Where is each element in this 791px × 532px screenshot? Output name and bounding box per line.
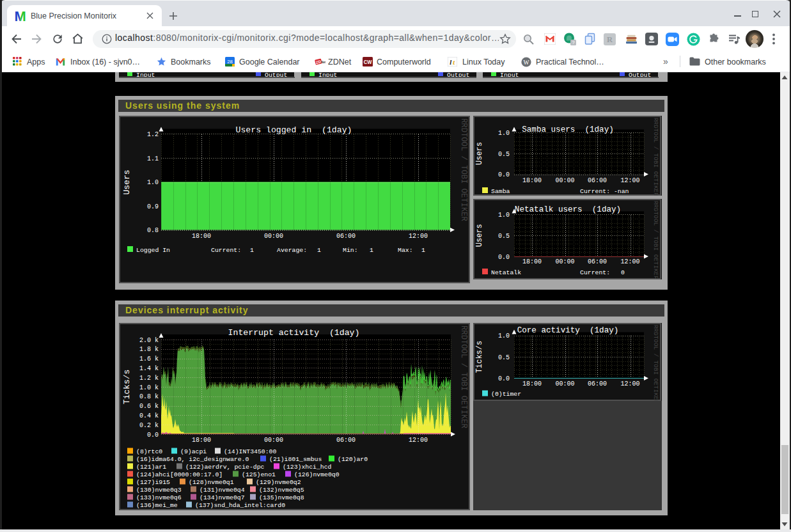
svg-text:06:00: 06:00 [588, 380, 607, 387]
svg-text:(136)mei_me: (136)mei_me [136, 502, 178, 509]
svg-text:Current:: Current: [211, 247, 241, 254]
svg-text:Max:: Max: [398, 247, 413, 254]
svg-text:0.0: 0.0 [498, 375, 510, 382]
svg-text:06:00: 06:00 [588, 177, 607, 184]
svg-text:18:00: 18:00 [522, 380, 542, 387]
svg-text:28: 28 [227, 59, 233, 65]
svg-text:Netatalk users (1day): Netatalk users (1day) [515, 205, 621, 214]
svg-text:(129)nvme0q2: (129)nvme0q2 [256, 479, 301, 486]
svg-text:0.5: 0.5 [498, 354, 510, 361]
svg-text:0.2 k: 0.2 k [139, 422, 159, 429]
svg-text:(123)xhci_hcd: (123)xhci_hcd [283, 464, 332, 471]
svg-text:(125)eno1: (125)eno1 [242, 471, 276, 478]
svg-text:(135)nvme0q8: (135)nvme0q8 [259, 494, 304, 501]
svg-text:0.0: 0.0 [147, 432, 159, 439]
svg-text:1: 1 [317, 247, 321, 254]
svg-text:0.0: 0.0 [498, 171, 510, 178]
svg-text:1.2 k: 1.2 k [139, 375, 159, 382]
svg-text:R: R [607, 35, 613, 44]
svg-text:0: 0 [621, 269, 625, 276]
svg-text:(131)nvme0q4: (131)nvme0q4 [200, 487, 245, 494]
svg-text:00:00: 00:00 [264, 233, 283, 240]
svg-text:1: 1 [250, 247, 254, 254]
svg-text:0.5: 0.5 [498, 151, 510, 158]
svg-text:1.0: 1.0 [498, 332, 510, 340]
svg-text:Ticks/s: Ticks/s [122, 370, 132, 405]
svg-text:(126)nvme0q0: (126)nvme0q0 [294, 471, 340, 478]
svg-text:(21)i801_smbus: (21)i801_smbus [269, 456, 322, 463]
svg-text:Core activity (1day): Core activity (1day) [517, 326, 619, 335]
svg-text:Users: Users [122, 169, 132, 194]
svg-text:(133)nvme0q6: (133)nvme0q6 [136, 494, 182, 501]
svg-text:Users logged in (1day): Users logged in (1day) [235, 125, 352, 135]
svg-text:(127)i915: (127)i915 [136, 479, 170, 486]
svg-text:18:00: 18:00 [522, 258, 542, 265]
svg-text:Ticks/s: Ticks/s [475, 341, 484, 373]
svg-text:0.9: 0.9 [147, 203, 159, 210]
svg-text:12:00: 12:00 [620, 258, 639, 265]
svg-text:18:00: 18:00 [192, 233, 211, 240]
svg-text:00:00: 00:00 [264, 437, 283, 444]
svg-text:1.2: 1.2 [147, 131, 159, 138]
svg-text:(128)nvme0q1: (128)nvme0q1 [189, 479, 234, 486]
svg-text:0.0: 0.0 [498, 254, 510, 261]
svg-text:RRDTOOL / TOBI OETIKER: RRDTOOL / TOBI OETIKER [652, 118, 659, 196]
svg-text:?: ? [572, 40, 574, 45]
svg-text:18:00: 18:00 [522, 177, 542, 184]
svg-text:2.0 k: 2.0 k [139, 337, 159, 344]
svg-text:Current:: Current: [580, 269, 610, 276]
svg-text:Users: Users [475, 142, 484, 165]
svg-text:(16)idma64.0, i2c_designware.0: (16)idma64.0, i2c_designware.0 [136, 456, 249, 463]
svg-text:(121)ar1: (121)ar1 [136, 464, 166, 471]
svg-text:(130)nvme0q3: (130)nvme0q3 [136, 487, 182, 494]
svg-text:1.1: 1.1 [147, 155, 159, 162]
svg-text:1.0: 1.0 [147, 179, 159, 186]
svg-text:RRDTOOL / TOBI OETIKER: RRDTOOL / TOBI OETIKER [459, 118, 468, 221]
svg-text:06:00: 06:00 [336, 437, 356, 444]
svg-text:Netatalk: Netatalk [491, 269, 521, 276]
svg-text:(9)acpi: (9)acpi [180, 448, 207, 455]
svg-text:12:00: 12:00 [409, 233, 428, 240]
svg-text:1.8 k: 1.8 k [139, 346, 159, 353]
svg-text:RRDTOOL / TOBI OETIKER: RRDTOOL / TOBI OETIKER [652, 201, 659, 279]
svg-text:Min:: Min: [343, 247, 358, 254]
svg-text:CW: CW [364, 59, 373, 65]
svg-text:0.5: 0.5 [498, 233, 510, 240]
svg-text:12:00: 12:00 [620, 380, 639, 387]
svg-text:Samba: Samba [491, 188, 510, 195]
svg-text:1: 1 [370, 247, 373, 254]
svg-text:(134)nvme0q7: (134)nvme0q7 [200, 494, 245, 501]
svg-text:Interrupt activity (1day): Interrupt activity (1day) [228, 328, 360, 338]
svg-text:1.4 k: 1.4 k [139, 365, 159, 372]
svg-text:1.0: 1.0 [498, 130, 510, 137]
svg-text:0.8: 0.8 [147, 227, 159, 234]
svg-text:(14)INT3450:00: (14)INT3450:00 [224, 448, 276, 455]
svg-text:RRDTOOL / TOBI OETIKER: RRDTOOL / TOBI OETIKER [652, 325, 659, 401]
svg-text:(137)snd_hda_intel:card0: (137)snd_hda_intel:card0 [195, 502, 285, 509]
svg-text:0.6 k: 0.6 k [139, 403, 159, 410]
svg-text:0.8 k: 0.8 k [139, 393, 159, 400]
svg-text:(132)nvme0q5: (132)nvme0q5 [259, 487, 304, 494]
svg-text:Samba users (1day): Samba users (1day) [522, 125, 614, 134]
svg-text:06:00: 06:00 [588, 258, 607, 265]
svg-text:12:00: 12:00 [409, 437, 428, 444]
svg-text:W: W [524, 59, 529, 66]
svg-text:00:00: 00:00 [555, 258, 574, 265]
svg-text:(120)ar0: (120)ar0 [338, 456, 368, 463]
svg-text:(124)ahci[0000:00:17.0]: (124)ahci[0000:00:17.0] [136, 471, 223, 478]
svg-text:1: 1 [421, 247, 425, 254]
svg-text:00:00: 00:00 [555, 380, 574, 387]
svg-text:(0)timer: (0)timer [491, 391, 521, 398]
svg-text:RRDTOOL / TOBI OETIKER: RRDTOOL / TOBI OETIKER [459, 325, 468, 428]
svg-text:0.4 k: 0.4 k [139, 412, 159, 419]
svg-text:(8)rtc0: (8)rtc0 [136, 448, 162, 455]
svg-text:Current: -nan: Current: -nan [580, 188, 629, 195]
svg-text:1.0 k: 1.0 k [139, 384, 159, 391]
svg-text:06:00: 06:00 [336, 233, 356, 240]
svg-text:12:00: 12:00 [620, 177, 639, 184]
svg-text:l: l [450, 59, 451, 66]
svg-text:Users: Users [475, 224, 484, 247]
svg-text:1.0: 1.0 [498, 212, 510, 219]
svg-text:(122)aerdrv, pcie-dpc: (122)aerdrv, pcie-dpc [185, 464, 265, 471]
svg-text:Net: Net [321, 61, 325, 64]
